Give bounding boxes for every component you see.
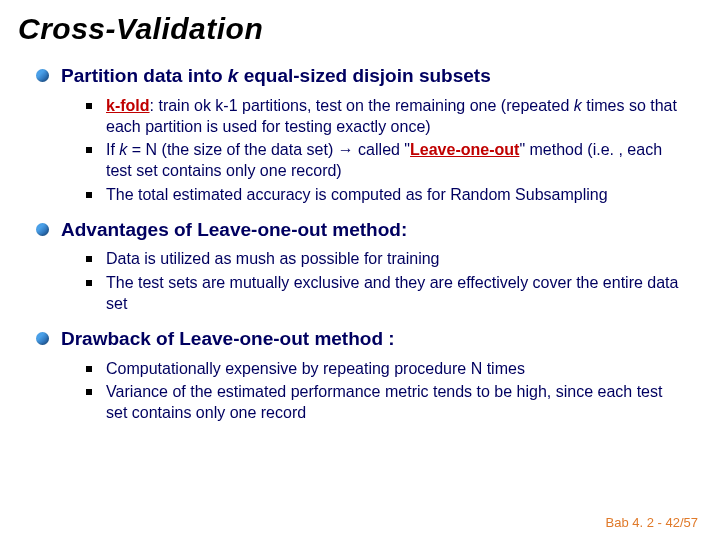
list-item-text: The total estimated accuracy is computed… xyxy=(106,185,608,206)
square-bullet-icon xyxy=(86,147,92,153)
list-item-text: k-fold: train ok k-1 partitions, test on… xyxy=(106,96,684,138)
slide-title: Cross-Validation xyxy=(18,12,702,46)
list-item: The test sets are mutually exclusive and… xyxy=(86,273,684,315)
list-item: Data is utilized as mush as possible for… xyxy=(86,249,684,270)
globe-bullet-icon xyxy=(36,69,49,82)
list-item-text: If k = N (the size of the data set) → ca… xyxy=(106,140,684,182)
list-item: The total estimated accuracy is computed… xyxy=(86,185,684,206)
square-bullet-icon xyxy=(86,280,92,286)
globe-bullet-icon xyxy=(36,223,49,236)
page-footer: Bab 4. 2 - 42/57 xyxy=(605,515,698,530)
square-bullet-icon xyxy=(86,192,92,198)
list-item-text: Data is utilized as mush as possible for… xyxy=(106,249,440,270)
list-item-text: Variance of the estimated performance me… xyxy=(106,382,684,424)
section-heading: Partition data into k equal-sized disjoi… xyxy=(61,64,491,88)
list-item-text: The test sets are mutually exclusive and… xyxy=(106,273,684,315)
square-bullet-icon xyxy=(86,389,92,395)
square-bullet-icon xyxy=(86,366,92,372)
list-item: If k = N (the size of the data set) → ca… xyxy=(86,140,684,182)
list-item: Variance of the estimated performance me… xyxy=(86,382,684,424)
globe-bullet-icon xyxy=(36,332,49,345)
list-item-text: Computationally expensive by repeating p… xyxy=(106,359,525,380)
section-heading: Drawback of Leave-one-out method : xyxy=(61,327,395,351)
section: Advantages of Leave-one-out method:Data … xyxy=(18,218,702,315)
section: Drawback of Leave-one-out method :Comput… xyxy=(18,327,702,424)
section-heading: Advantages of Leave-one-out method: xyxy=(61,218,407,242)
section: Partition data into k equal-sized disjoi… xyxy=(18,64,702,206)
list-item: Computationally expensive by repeating p… xyxy=(86,359,684,380)
list-item: k-fold: train ok k-1 partitions, test on… xyxy=(86,96,684,138)
square-bullet-icon xyxy=(86,256,92,262)
square-bullet-icon xyxy=(86,103,92,109)
